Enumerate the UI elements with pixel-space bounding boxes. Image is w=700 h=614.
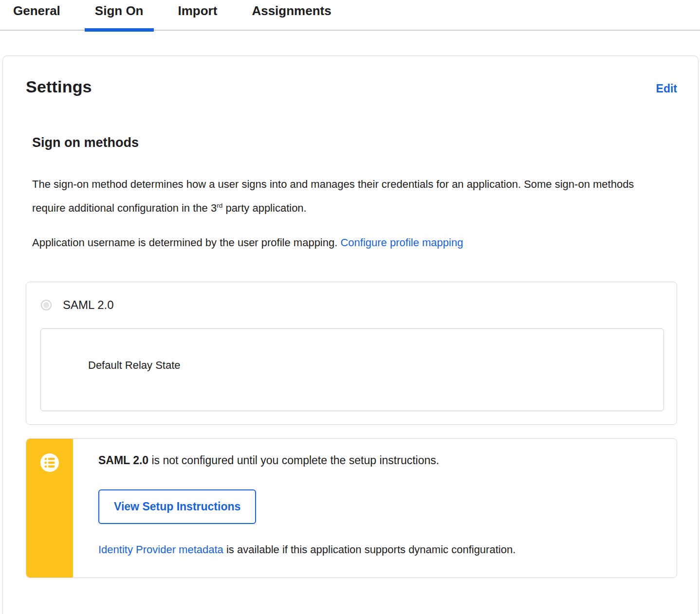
tab-sign-on[interactable]: Sign On bbox=[85, 0, 154, 30]
saml-radio-row: SAML 2.0 bbox=[40, 298, 664, 312]
callout-message: SAML 2.0 is not configured until you com… bbox=[98, 453, 516, 467]
sign-on-methods-heading: Sign on methods bbox=[32, 135, 677, 150]
saml-warning-callout: SAML 2.0 is not configured until you com… bbox=[26, 438, 677, 578]
metadata-text: is available if this application support… bbox=[223, 543, 516, 556]
username-mapping-text: Application username is determined by th… bbox=[32, 236, 340, 249]
settings-title: Settings bbox=[26, 77, 92, 96]
configure-profile-mapping-link[interactable]: Configure profile mapping bbox=[340, 236, 463, 249]
settings-card: Settings Edit Sign on methods The sign-o… bbox=[2, 55, 699, 614]
username-mapping-line: Application username is determined by th… bbox=[32, 231, 660, 254]
description-text: The sign-on method determines how a user… bbox=[32, 178, 634, 214]
identity-provider-metadata-link[interactable]: Identity Provider metadata bbox=[98, 543, 223, 556]
metadata-line: Identity Provider metadata is available … bbox=[98, 543, 516, 556]
settings-card-header: Settings Edit bbox=[26, 77, 677, 96]
callout-message-text: is not configured until you complete the… bbox=[148, 454, 439, 467]
tab-general[interactable]: General bbox=[3, 0, 71, 30]
app-tab-bar: General Sign On Import Assignments bbox=[0, 0, 700, 31]
saml-radio-label: SAML 2.0 bbox=[63, 298, 114, 312]
view-setup-instructions-button[interactable]: View Setup Instructions bbox=[98, 489, 256, 524]
edit-link[interactable]: Edit bbox=[656, 82, 677, 95]
tab-import[interactable]: Import bbox=[168, 0, 228, 30]
sign-on-methods-description: The sign-on method determines how a user… bbox=[32, 172, 660, 220]
callout-body: SAML 2.0 is not configured until you com… bbox=[73, 439, 535, 578]
saml-panel: SAML 2.0 Default Relay State bbox=[26, 282, 677, 425]
callout-message-bold: SAML 2.0 bbox=[98, 454, 148, 467]
description-superscript: rd bbox=[217, 202, 222, 209]
callout-warning-stripe bbox=[26, 439, 73, 578]
description-text-2: party application. bbox=[222, 202, 306, 214]
tab-assignments[interactable]: Assignments bbox=[241, 0, 341, 30]
sign-on-methods-section: Sign on methods The sign-on method deter… bbox=[26, 135, 677, 254]
relay-state-label: Default Relay State bbox=[88, 359, 663, 372]
relay-state-panel: Default Relay State bbox=[40, 328, 664, 411]
saml-radio-button[interactable] bbox=[41, 300, 52, 310]
list-icon bbox=[40, 453, 59, 472]
